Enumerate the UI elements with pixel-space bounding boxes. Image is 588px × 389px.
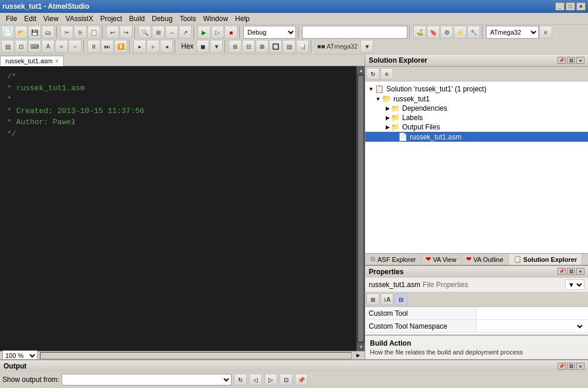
search-toolbar-input[interactable] [302,26,407,39]
tree-output-files[interactable]: ▶ 📁 Output Files [365,122,588,132]
tree-asm-file[interactable]: 📄 russek_tut1.asm [365,132,588,142]
tb2-view6[interactable]: 📊 [296,40,309,53]
editor-content[interactable]: /* * russek_tut1.asm * * Created: 2013-1… [0,66,356,351]
menu-file[interactable]: File [2,13,21,24]
open-button[interactable]: 📂 [15,26,28,39]
props-controls[interactable]: 📌 ⊡ × [558,268,584,276]
props-float-button[interactable]: ⊡ [567,268,575,275]
tree-dependencies[interactable]: ▶ 📁 Dependencies [365,104,588,113]
tab-va-view[interactable]: ❤ VA View [421,254,461,265]
tb2-view2[interactable]: ⊟ [242,40,255,53]
tb2-debug2[interactable]: ⏭ [101,40,114,53]
find-button[interactable]: 🔍 [138,26,151,39]
debug-button[interactable]: ▷ [211,26,224,39]
panel-float-button[interactable]: ⊡ [567,57,575,64]
output-float-button[interactable]: ⊡ [567,363,575,370]
props-custom-tool-value[interactable] [477,307,588,319]
output-source-combo[interactable] [62,374,232,385]
tb-misc5[interactable]: 🔧 [467,26,480,39]
tb2-debug3[interactable]: ⏬ [114,40,127,53]
zoom-combo[interactable]: 100 % [2,350,38,360]
save-button[interactable]: 💾 [28,26,41,39]
menu-vassistx[interactable]: VAssistX [62,13,97,24]
tb2-btn2[interactable]: ⊡ [15,40,28,53]
tb-misc1[interactable]: ⛳ [413,26,426,39]
panel-pin-button[interactable]: 📌 [558,57,566,64]
tb2-hex1[interactable]: ◼ [196,40,209,53]
scroll-down-arrow[interactable]: ▼ [357,343,365,351]
tab-va-outline[interactable]: ❤ VA Outline [461,254,508,265]
output-refresh-btn[interactable]: ↻ [234,374,247,385]
undo-button[interactable]: ↩ [106,26,119,39]
output-next-btn[interactable]: ▷ [264,374,277,385]
new-button[interactable] [1,26,14,39]
props-pin-button[interactable]: 📌 [558,268,566,275]
menu-view[interactable]: View [40,13,62,24]
minimize-button[interactable]: _ [555,2,565,11]
se-props-button[interactable]: ≡ [380,68,393,80]
tb2-btn6[interactable]: ○ [69,40,81,53]
platform-combo[interactable]: ATmega32 [486,26,539,39]
props-category-btn[interactable]: ⊞ [366,294,379,305]
tb2-last[interactable]: ▼ [361,40,373,53]
tb2-view5[interactable]: ▤ [283,40,295,53]
tree-project[interactable]: ▼ 📁 russek_tut1 [365,94,588,104]
cut-button[interactable]: ✂ [60,26,73,39]
tree-labels[interactable]: ▶ 📁 Labels [365,113,588,122]
editor-scrollbar-v[interactable]: ▲ ▼ [356,66,365,351]
menu-build[interactable]: Build [125,13,148,24]
panel-controls[interactable]: 📌 ⊡ × [558,57,584,64]
tab-solution-explorer[interactable]: 📋 Solution Explorer [509,254,583,265]
tb2-btn4[interactable]: A [42,40,55,53]
build-run-button[interactable]: ▶ [198,26,210,39]
output-prev-btn[interactable]: ◁ [249,374,262,385]
tb2-hex2[interactable]: ▼ [210,40,223,53]
panel-close-button[interactable]: × [576,57,584,64]
menu-tools[interactable]: Tools [176,13,199,24]
tb2-misc2[interactable]: ▹ [147,40,159,53]
save-all-button[interactable]: 🗂 [42,26,55,39]
tb-btn4[interactable]: ⊞ [152,26,165,39]
tb-btn6[interactable]: ↗ [179,26,192,39]
window-controls[interactable]: _ □ × [555,2,586,11]
output-controls[interactable]: 📌 ⊡ × [558,363,584,370]
output-close-button[interactable]: × [576,363,584,370]
editor-tab-close[interactable]: × [55,58,59,64]
props-close-button[interactable]: × [576,268,584,275]
menu-project[interactable]: Project [97,13,125,24]
tb2-view4[interactable]: 🔲 [269,40,282,53]
tb2-misc1[interactable]: ▸ [133,40,146,53]
redo-button[interactable]: ↪ [120,26,132,39]
tb2-btn5[interactable]: ≈ [55,40,68,53]
tb-misc6[interactable]: ≡ [539,26,552,39]
menu-help[interactable]: Help [232,13,253,24]
output-pin-button[interactable]: 📌 [558,363,566,370]
tb-btn5[interactable]: → [165,26,178,39]
props-ns-combo[interactable] [480,320,584,332]
scroll-right-arrow[interactable]: ▶ [354,352,362,360]
tb2-btn1[interactable]: ▤ [1,40,14,53]
scroll-thumb[interactable] [358,76,363,342]
paste-button[interactable]: 📋 [87,26,100,39]
copy-button[interactable]: ⎘ [74,26,87,39]
output-pin-btn[interactable]: 📌 [295,374,308,385]
props-sort-btn[interactable]: ↕A [380,294,393,305]
props-page-btn[interactable]: ⊟ [395,294,407,305]
horizontal-scrollbar[interactable] [40,352,352,359]
scroll-up-arrow[interactable]: ▲ [357,66,365,74]
close-button[interactable]: × [576,2,586,11]
tb2-view3[interactable]: ⊠ [256,40,268,53]
menu-debug[interactable]: Debug [148,13,176,24]
stop-debug-button[interactable]: ■ [225,26,237,39]
debug-config-combo[interactable]: Debug [243,26,296,39]
tb-misc3[interactable]: ⚙ [440,26,453,39]
tb2-misc3[interactable]: ◂ [160,40,173,53]
menu-window[interactable]: Window [199,13,232,24]
props-scope-combo[interactable]: ▼ [565,279,584,290]
tab-asf-explorer[interactable]: ⚙ ASF Explorer [365,254,421,265]
tb2-view1[interactable]: ⊞ [229,40,242,53]
tb2-btn3[interactable]: ⌨ [28,40,41,53]
se-refresh-button[interactable]: ↻ [366,68,379,80]
menu-edit[interactable]: Edit [21,13,40,24]
editor-tab-main[interactable]: russek_tut1.asm × [0,56,64,66]
